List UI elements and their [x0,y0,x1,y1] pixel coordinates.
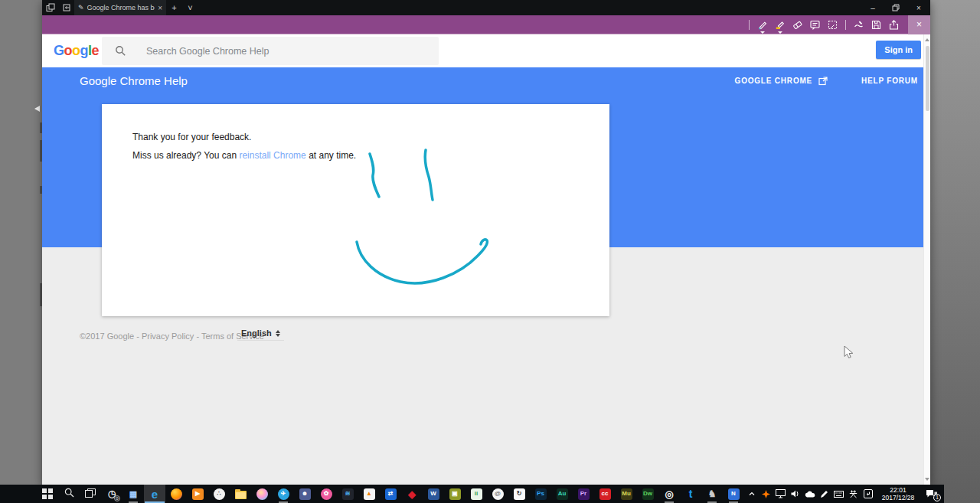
media-player-icon[interactable]: ▶ [187,485,208,503]
hidden-icons-chevron-icon[interactable] [745,485,758,503]
taskbar-search-icon[interactable] [58,485,80,503]
feedback-card: Thank you for your feedback. Miss us alr… [102,104,609,316]
language-selector[interactable]: English [237,327,284,341]
touch-writing-tool-icon[interactable] [850,15,867,34]
audition-icon[interactable]: Au [551,485,573,503]
fox-app-icon[interactable]: ∴ [208,485,230,503]
premiere-icon[interactable]: Pr [573,485,594,503]
ime-mode-icon[interactable] [861,485,874,503]
telegram-icon[interactable]: ✈ [273,485,294,503]
pink-app-icon[interactable]: ✿ [315,485,337,503]
dreamweaver-glyph: Dw [642,488,654,500]
volume-tray-icon[interactable] [789,485,802,503]
paint-ball-icon[interactable] [251,485,273,503]
restore-button[interactable] [884,0,907,15]
action-center-icon[interactable]: 1 [922,485,942,503]
ballpoint-pen-tool-icon[interactable] [753,15,771,34]
edge-icon[interactable]: e [144,485,165,503]
target-app-icon[interactable]: ◎ [658,485,680,503]
tab-preview-icon[interactable] [42,0,58,15]
alarm-badge: 0 [114,495,120,501]
reinstall-chrome-link[interactable]: reinstall Chrome [239,150,305,161]
add-note-tool-icon[interactable] [806,15,824,34]
creative-cloud-icon[interactable]: cc [594,485,616,503]
teamviewer-icon[interactable]: ⇄ [380,485,401,503]
onedrive-tray-icon[interactable] [803,485,816,503]
spiral-app-icon[interactable]: @ [487,485,508,503]
set-tabs-aside-icon[interactable] [58,0,74,15]
page-footer: ©2017 Google - Privacy Policy - Terms of… [80,332,264,341]
firefox-icon[interactable] [165,485,187,503]
save-web-note-icon[interactable] [867,15,885,34]
desktop-icon-arrow [34,106,40,112]
task-view-icon[interactable] [80,485,101,503]
red-diamond-app-icon[interactable]: ◆ [401,485,423,503]
alarms-clock-icon[interactable]: ◷0 [101,485,122,503]
sort-arrows-icon [276,330,280,337]
copyright-text: ©2017 Google [80,332,134,341]
pen-input-tray-icon[interactable] [818,485,831,503]
file-explorer-icon[interactable] [230,485,251,503]
google-chrome-link[interactable]: GOOGLE CHROME [735,77,828,86]
gray-app-glyph: ♞ [707,488,718,500]
help-forum-link[interactable]: HELP FORUM [861,77,918,85]
pen-options-caret [760,31,765,34]
microsoft-store-icon[interactable]: ▦ [122,485,144,503]
highlighter-tool-icon[interactable] [771,15,789,34]
page-scrollbar[interactable] [923,34,930,485]
clip-tool-icon[interactable] [824,15,841,34]
file-explorer-glyph [235,491,247,499]
photoshop-glyph: Ps [535,488,547,500]
exit-web-notes-button[interactable]: × [908,15,930,34]
notification-badge: 1 [933,494,941,501]
logo-letter: G [54,43,64,58]
sign-in-button[interactable]: Sign in [876,41,921,59]
privacy-policy-link[interactable]: Privacy Policy [142,332,194,341]
tab-close-icon[interactable]: × [158,4,162,12]
photoshop-icon[interactable]: Ps [530,485,551,503]
gray-app-icon[interactable]: ♞ [701,485,723,503]
minimize-button[interactable]: – [861,0,884,15]
start-button[interactable] [37,485,58,503]
green-people-app-icon[interactable]: ii [466,485,487,503]
search-box[interactable] [102,37,439,65]
close-window-button[interactable]: × [907,0,930,15]
logo-letter: e [92,43,100,58]
twitter-icon[interactable]: t [680,485,701,503]
ime-language-icon[interactable] [847,485,860,503]
screentogif-glyph: ↻ [514,488,525,500]
layers-app-glyph: ▣ [449,488,461,500]
blue-app-icon[interactable]: N [723,485,744,503]
muse-icon[interactable]: Mu [616,485,637,503]
task-view-glyph [85,487,96,501]
discord-icon[interactable]: ☻ [294,485,315,503]
logo-letter: g [80,43,89,58]
screentogif-icon[interactable]: ↻ [508,485,530,503]
clock-time: 22:01 [876,486,920,494]
scroll-down-arrow-icon[interactable] [925,478,929,481]
scroll-up-arrow-icon[interactable] [925,38,929,41]
browser-tab[interactable]: ✎ Google Chrome has bee × [74,0,166,15]
edge-browser-window: ✎ Google Chrome has bee × + ˅ – × [42,0,930,485]
orange-figure-app-glyph: ▲ [364,488,375,500]
taskbar-clock[interactable]: 22:01 2017/12/28 [876,486,920,501]
search-input[interactable] [126,46,439,57]
eraser-tool-icon[interactable] [789,15,806,34]
touch-keyboard-tray-icon[interactable] [832,485,845,503]
dreamweaver-icon[interactable]: Dw [637,485,658,503]
swoosh-app-icon[interactable]: ≋ [337,485,358,503]
tab-list-chevron-icon[interactable]: ˅ [182,0,198,15]
word-icon[interactable]: W [423,485,444,503]
page-title: Google Chrome Help [80,74,188,87]
avast-tray-icon[interactable] [760,485,773,503]
display-tray-icon[interactable] [774,485,787,503]
logo-letter: o [72,43,80,58]
web-notes-toolbar: × [42,15,930,34]
layers-app-icon[interactable]: ▣ [444,485,466,503]
new-tab-button[interactable]: + [166,0,182,15]
scrollbar-thumb[interactable] [926,46,929,111]
share-web-note-icon[interactable] [885,15,903,34]
external-link-icon [818,77,828,86]
google-logo[interactable]: Google [54,43,99,59]
orange-figure-app-icon[interactable]: ▲ [358,485,380,503]
